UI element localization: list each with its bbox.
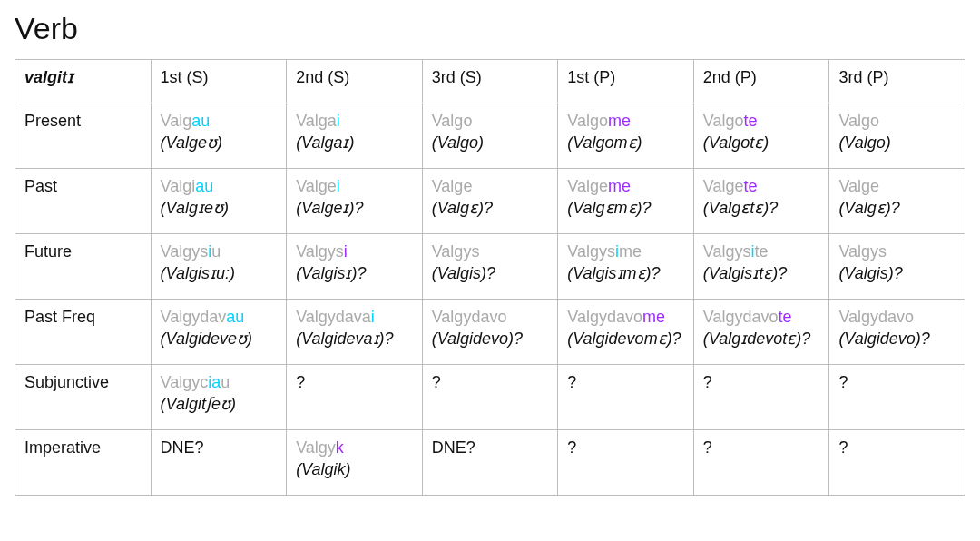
conjugation-cell: Valge(Valgɛ)? [829, 168, 965, 233]
word-stem: Valgyc [161, 373, 209, 391]
word-highlight: me [608, 177, 631, 195]
word-suffix: u [220, 373, 230, 391]
col-header: 1st (S) [151, 60, 287, 103]
word-stem: Valgys [161, 242, 209, 261]
table-row: Past FreqValgydavau(Valgideveʊ)Valgydava… [15, 299, 965, 364]
ipa-transcription: (Valgidevomɛ)? [567, 329, 684, 349]
row-header: Subjunctive [15, 364, 152, 429]
word-stem: Valgydavo [703, 308, 779, 326]
word-stem: Valge [296, 177, 337, 195]
conjugation-cell: ? [422, 364, 558, 429]
word-stem: Valgys [296, 242, 344, 261]
conjugation-cell: Valgydavo(Valgidevo)? [422, 299, 558, 364]
word-highlight: ia [208, 373, 220, 391]
col-header: 2nd (S) [287, 60, 423, 103]
row-header: Imperative [15, 429, 152, 495]
word-highlight: i [344, 242, 348, 261]
row-header: Past [15, 168, 152, 233]
table-corner: valgitɪ [15, 60, 152, 103]
ipa-transcription: (Valgis)? [838, 263, 956, 284]
ipa-transcription: (Valgɪeʊ) [161, 198, 278, 219]
conjugation-cell: Valgote(Valgotɛ) [693, 103, 829, 168]
word-highlight: i [337, 177, 340, 195]
ipa-transcription: (Valgisɪmɛ)? [567, 263, 684, 284]
word-stem: Valga [296, 112, 337, 130]
conjugation-cell: Valgeme(Valgɛmɛ)? [558, 168, 694, 233]
conjugation-cell: Valgydavome(Valgidevomɛ)? [558, 299, 694, 364]
conjugation-cell: ? [693, 429, 829, 495]
table-row: SubjunctiveValgyciau(Valgitʃeʊ)????? [15, 364, 965, 429]
conjugation-cell: Valgydavo(Valgidevo)? [829, 299, 965, 364]
table-row: PastValgiau(Valgɪeʊ)Valgei(Valgeɪ)?Valge… [15, 168, 965, 233]
word-stem: Valge [838, 177, 879, 195]
ipa-transcription: (Valgɛ)? [838, 198, 956, 219]
conjugation-cell: Valge(Valgɛ)? [422, 168, 558, 233]
ipa-transcription: (Valgomɛ) [567, 133, 684, 153]
word-suffix: u [211, 242, 220, 261]
ipa-transcription: (Valgɛ)? [432, 198, 549, 219]
word-highlight: te [779, 308, 792, 326]
row-header: Future [15, 233, 152, 299]
ipa-transcription: (Valgeɪ)? [296, 198, 413, 219]
conjugation-cell: ? [558, 364, 694, 429]
word-stem: Valgydavo [567, 308, 642, 326]
word-highlight: au [226, 308, 244, 326]
conjugation-cell: Valgyciau(Valgitʃeʊ) [151, 364, 287, 429]
ipa-transcription: (Valgik) [296, 459, 413, 480]
word-highlight: i [371, 308, 375, 326]
conjugation-cell: Valgiau(Valgɪeʊ) [151, 168, 287, 233]
word-suffix: me [619, 242, 642, 261]
ipa-transcription: (Valgidevaɪ)? [296, 329, 413, 349]
conjugation-cell: Valgo(Valgo) [422, 103, 558, 168]
ipa-transcription: (Valgisɪu:) [161, 263, 278, 284]
conjugation-cell: Valgau(Valgeʊ) [151, 103, 287, 168]
ipa-transcription: (Valgidevo)? [838, 329, 956, 349]
ipa-transcription: (Valgeʊ) [161, 133, 278, 153]
conjugation-cell: ? [558, 429, 694, 495]
ipa-transcription: (Valgɪdevotɛ)? [703, 329, 820, 349]
word-suffix: te [755, 242, 769, 261]
ipa-transcription: (Valgo) [432, 133, 549, 153]
word-highlight: k [336, 438, 344, 457]
conjugation-cell: ? [829, 364, 965, 429]
col-header: 2nd (P) [693, 60, 829, 103]
conjugation-cell: ? [829, 429, 965, 495]
word-highlight: te [744, 177, 758, 195]
conjugation-cell: Valgo(Valgo) [829, 103, 965, 168]
word-highlight: i [337, 112, 340, 130]
ipa-transcription: (Valgis)? [432, 263, 549, 284]
conjugation-cell: DNE? [422, 429, 558, 495]
conjugation-cell: Valgysite(Valgisɪtɛ)? [693, 233, 829, 299]
conjugation-cell: ? [693, 364, 829, 429]
word-stem: Valgi [161, 177, 196, 195]
word-stem: Valgy [296, 438, 336, 457]
word-stem: Valgydavo [838, 308, 914, 326]
word-stem: Valge [567, 177, 608, 195]
ipa-transcription: (Valgɛtɛ)? [703, 198, 820, 219]
ipa-transcription: (Valgideveʊ) [161, 329, 278, 349]
word-highlight: te [744, 112, 758, 130]
word-highlight: me [642, 308, 665, 326]
ipa-transcription: (Valgidevo)? [432, 329, 549, 349]
conjugation-cell: Valgydavote(Valgɪdevotɛ)? [693, 299, 829, 364]
table-row: ImperativeDNE?Valgyk(Valgik)DNE???? [15, 429, 965, 495]
conjugation-cell: Valgyk(Valgik) [287, 429, 423, 495]
conjugation-cell: Valgysi(Valgisɪ)? [287, 233, 423, 299]
word-stem: Valgo [703, 112, 744, 130]
word-stem: Valgys [567, 242, 615, 261]
word-stem: Valgys [703, 242, 751, 261]
word-stem: Valge [703, 177, 744, 195]
page-title: Verb [15, 11, 965, 46]
conjugation-cell: Valgete(Valgɛtɛ)? [693, 168, 829, 233]
ipa-transcription: (Valgɛmɛ)? [567, 198, 684, 219]
word-stem: Valgydav [161, 308, 227, 326]
conjugation-cell: ? [287, 364, 423, 429]
conjugation-cell: Valgydavau(Valgideveʊ) [151, 299, 287, 364]
word-highlight: me [608, 112, 631, 130]
conjugation-cell: DNE? [151, 429, 287, 495]
col-header: 3rd (P) [829, 60, 965, 103]
word-stem: Valg [161, 112, 192, 130]
word-stem: Valgo [432, 112, 473, 130]
ipa-transcription: (Valgitʃeʊ) [161, 394, 278, 415]
word-stem: Valgys [838, 242, 887, 261]
